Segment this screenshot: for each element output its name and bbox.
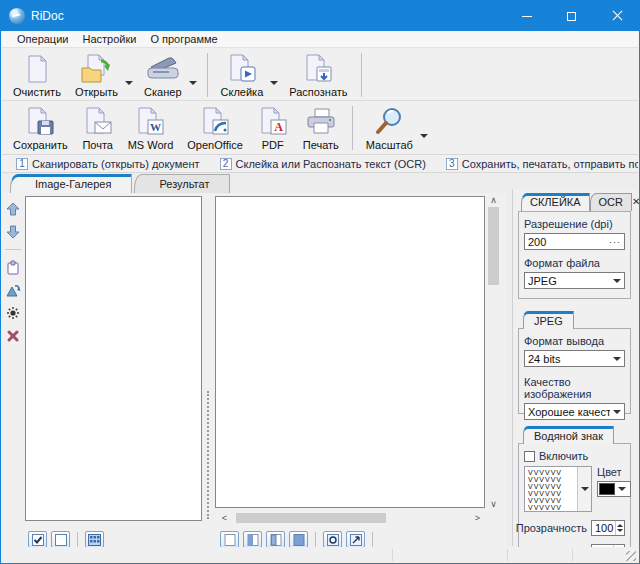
svg-text:W: W <box>150 121 161 133</box>
save-button[interactable]: Сохранить <box>6 104 75 152</box>
scroll-left-icon[interactable]: < <box>217 511 232 525</box>
close-icon <box>612 11 622 21</box>
msword-button[interactable]: W MS Word <box>121 104 181 152</box>
spinner-arrows-icon[interactable] <box>615 521 624 535</box>
scroll-right-icon[interactable]: > <box>470 511 485 525</box>
blank-page-icon <box>22 53 52 85</box>
chevron-down-icon[interactable] <box>610 357 624 361</box>
menu-settings[interactable]: Настройки <box>75 32 143 46</box>
watermark-enable-checkbox[interactable] <box>524 451 535 462</box>
view-full-page-button[interactable] <box>220 531 239 548</box>
recognize-button[interactable]: Распознать <box>282 51 354 99</box>
zoom-button[interactable]: Масштаб <box>359 104 420 152</box>
open-folder-icon <box>80 53 112 85</box>
maximize-button[interactable] <box>549 1 594 31</box>
chevron-down-icon[interactable] <box>577 467 591 511</box>
toolbar-top: Очистить Открыть Сканер Склейка <box>2 48 638 101</box>
resolution-field[interactable]: 200 ··· <box>524 233 625 250</box>
opacity-spinner[interactable]: 100 <box>591 520 625 536</box>
view-split-left-button[interactable] <box>243 531 262 548</box>
minimize-button[interactable] <box>504 1 549 31</box>
statusbar-divider <box>392 549 393 561</box>
opacity-value[interactable]: 100 <box>592 521 615 535</box>
chevron-down-icon[interactable] <box>610 279 624 283</box>
resolution-label: Разрешение (dpi) <box>524 218 625 230</box>
color-swatch <box>599 483 615 495</box>
delete-button[interactable] <box>4 328 22 344</box>
zoom-dropdown-icon[interactable] <box>420 134 428 138</box>
toolbar-separator <box>207 53 208 97</box>
close-button[interactable] <box>594 1 639 31</box>
tab-merge-options[interactable]: СКЛЕЙКА <box>521 193 590 211</box>
view-split-right-button[interactable] <box>266 531 285 548</box>
mail-button[interactable]: Почта <box>75 104 121 152</box>
open-dropdown-icon[interactable] <box>125 81 133 85</box>
tab-jpeg[interactable]: JPEG <box>523 311 574 329</box>
image-settings-button[interactable] <box>4 305 22 321</box>
options-close-icon[interactable]: ✕ <box>632 196 640 207</box>
page-white-icon <box>224 534 236 546</box>
pdf-button[interactable]: A PDF <box>250 104 296 152</box>
clipboard-icon <box>6 260 20 275</box>
image-gallery-panel[interactable] <box>25 196 202 521</box>
panel-splitter[interactable] <box>203 196 214 521</box>
preview-panel[interactable] <box>215 196 485 508</box>
preview-layout-toolbar <box>220 531 376 548</box>
scroll-up-icon[interactable]: ∧ <box>486 193 501 207</box>
svg-text:A: A <box>274 120 283 134</box>
file-format-select[interactable]: JPEG <box>524 272 625 289</box>
page-half-left2-icon <box>270 534 282 546</box>
opacity-row: Прозрачность 100 <box>524 520 625 536</box>
vertical-scrollbar[interactable]: ∧ ∨ <box>486 193 501 511</box>
horizontal-scrollbar[interactable]: < > <box>217 511 485 525</box>
thumbnail-view-button[interactable] <box>85 531 104 548</box>
move-up-button[interactable] <box>4 201 22 217</box>
menu-about[interactable]: О программе <box>143 32 224 46</box>
chevron-down-icon[interactable] <box>615 487 629 491</box>
menu-operations[interactable]: Операции <box>10 32 75 46</box>
horizontal-scroll-thumb[interactable] <box>236 513 386 523</box>
grid-view-icon <box>88 534 101 546</box>
minimize-icon <box>522 16 532 17</box>
move-down-button[interactable] <box>4 224 22 240</box>
merge-button[interactable]: Склейка <box>214 51 271 99</box>
watermark-color-select[interactable] <box>597 481 631 497</box>
deselect-all-button[interactable] <box>51 531 70 548</box>
magnifier-icon <box>373 106 405 138</box>
watermark-pattern-select[interactable]: VVVVVV VVVVVV VVVVVV VVVVVV VVVVVV VVVVV… <box>524 466 592 512</box>
resolution-value[interactable]: 200 <box>525 236 606 248</box>
resize-grip[interactable] <box>626 551 636 561</box>
chevron-down-icon[interactable] <box>610 410 624 414</box>
hint-scan: 1 Сканировать (открыть) документ <box>16 158 200 170</box>
tab-image-gallery[interactable]: Image-Галерея <box>10 174 132 193</box>
toolbar-separator <box>361 53 362 97</box>
scanner-button[interactable]: Сканер <box>137 51 188 99</box>
select-all-button[interactable] <box>28 531 47 548</box>
resolution-more-button[interactable]: ··· <box>606 237 624 247</box>
scroll-down-icon[interactable]: ∨ <box>486 497 501 511</box>
quality-select[interactable]: Хорошее качество <box>524 403 625 420</box>
watermark-pattern-preview: VVVVVV VVVVVV VVVVVV VVVVVV VVVVVV VVVVV… <box>525 467 577 511</box>
open-button[interactable]: Открыть <box>68 51 125 99</box>
openoffice-button[interactable]: OpenOffice <box>180 104 249 152</box>
gallery-bottom-toolbar <box>28 531 104 548</box>
zoom-fit-button[interactable] <box>346 531 365 548</box>
arrow-up-icon <box>6 202 20 216</box>
jpeg-settings-group: Формат вывода 24 bits Качество изображен… <box>518 328 631 414</box>
rotate-image-button[interactable] <box>4 282 22 298</box>
merge-dropdown-icon[interactable] <box>270 81 278 85</box>
tab-ocr-options[interactable]: OCR <box>590 193 632 211</box>
clear-button[interactable]: Очистить <box>6 51 68 99</box>
maximize-icon <box>567 12 576 21</box>
output-format-value: 24 bits <box>525 353 610 365</box>
vertical-scroll-thumb[interactable] <box>488 207 499 285</box>
print-button[interactable]: Печать <box>296 104 346 152</box>
tab-result[interactable]: Результат <box>134 174 230 193</box>
zoom-original-button[interactable] <box>323 531 342 548</box>
view-full-fill-button[interactable] <box>289 531 308 548</box>
paste-button[interactable] <box>4 259 22 275</box>
output-format-select[interactable]: 24 bits <box>524 350 625 367</box>
tab-watermark[interactable]: Водяной знак <box>523 426 614 444</box>
scanner-dropdown-icon[interactable] <box>189 81 197 85</box>
file-format-label: Формат файла <box>524 257 625 269</box>
